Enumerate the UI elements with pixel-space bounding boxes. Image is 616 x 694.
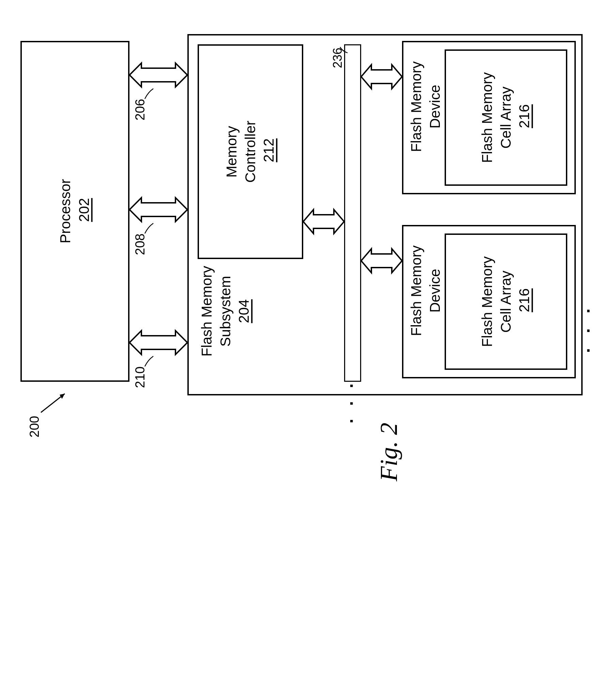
ref-208: 208 (133, 233, 148, 255)
array-label-1: Flash MemoryCell Array 216 (478, 72, 534, 163)
bus-continuation-dots: . . . (346, 383, 366, 427)
svg-marker-6 (361, 65, 402, 89)
system-ref-label: 200 (27, 416, 42, 437)
svg-marker-2 (129, 63, 187, 87)
arrow-bus-device2 (361, 242, 402, 280)
system-ref-arrow (37, 389, 72, 416)
controller-label: MemoryController 212 (222, 121, 278, 183)
processor-block: Processor 202 (20, 41, 129, 382)
svg-marker-5 (303, 210, 344, 233)
arrow-208 (129, 191, 187, 228)
bus-236 (344, 44, 361, 382)
svg-marker-7 (361, 249, 402, 273)
lead-236 (339, 46, 349, 56)
arrow-bus-device1 (361, 58, 402, 95)
arrow-206 (129, 56, 187, 94)
svg-marker-1 (60, 394, 65, 399)
controller-block: MemoryController 212 (198, 44, 303, 259)
array-block-2: Flash MemoryCell Array 216 (445, 233, 567, 370)
lead-210 (143, 354, 157, 368)
svg-marker-4 (129, 331, 187, 354)
figure-caption: Fig. 2 (375, 423, 403, 481)
processor-label: Processor 202 (56, 179, 93, 243)
lead-208 (143, 222, 157, 235)
subsystem-label: Flash MemorySubsystem 204 (198, 266, 253, 357)
svg-marker-3 (129, 198, 187, 222)
ref-210: 210 (133, 366, 148, 388)
array-label-2: Flash MemoryCell Array 216 (478, 256, 534, 347)
arrow-controller-bus (303, 203, 344, 240)
diagram-container: 200 Processor 202 206 208 210 Flash Memo… (14, 14, 602, 680)
ref-206: 206 (133, 99, 148, 120)
lead-206 (143, 87, 157, 101)
array-block-1: Flash MemoryCell Array 216 (445, 49, 567, 186)
device-continuation-dots: ... (586, 297, 595, 356)
arrow-210 (129, 324, 187, 361)
